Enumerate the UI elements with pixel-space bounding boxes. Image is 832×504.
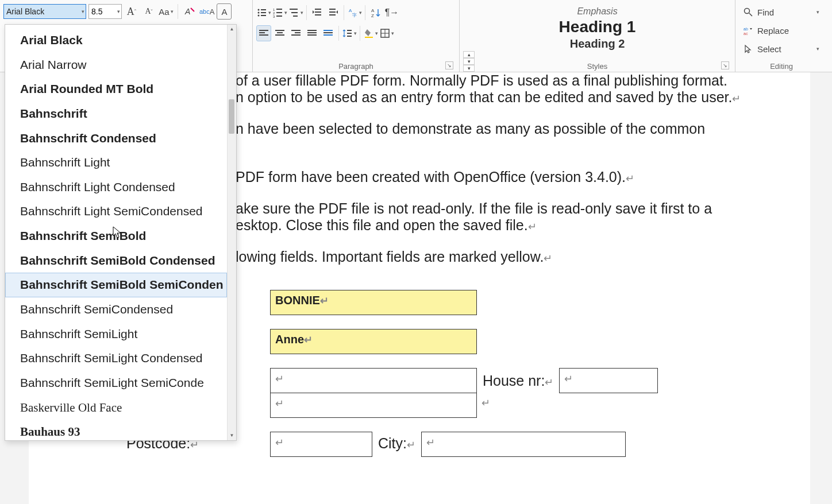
- paragraph-group-label: Paragraph: [338, 62, 373, 71]
- font-option[interactable]: Bahnschrift Light: [5, 150, 227, 175]
- svg-rect-6: [261, 15, 266, 16]
- svg-rect-12: [276, 15, 282, 17]
- svg-rect-39: [323, 32, 333, 33]
- editing-group-label: Editing: [770, 62, 793, 71]
- style-heading1[interactable]: Heading 1: [463, 17, 731, 37]
- phonetic-guide-button[interactable]: abcA: [199, 3, 214, 20]
- font-option[interactable]: Bahnschrift SemiLight Condensed: [5, 346, 227, 371]
- font-option[interactable]: Bahnschrift SemiBold: [5, 224, 227, 249]
- font-option[interactable]: Bahnschrift Light SemiCondensed: [5, 199, 227, 224]
- align-right-button[interactable]: [288, 25, 303, 41]
- font-name-combo[interactable]: ▾: [3, 4, 86, 19]
- font-option[interactable]: Arial Rounded MT Bold: [5, 77, 227, 102]
- replace-button[interactable]: abac Replace: [744, 23, 819, 38]
- svg-rect-30: [277, 32, 283, 33]
- svg-text:字: 字: [352, 13, 357, 18]
- given-name-field[interactable]: BONNIE↵: [270, 290, 477, 315]
- replace-icon: abac: [744, 26, 754, 35]
- cursor-icon: [744, 44, 754, 53]
- font-option[interactable]: Bahnschrift SemiLight SemiConde: [5, 371, 227, 396]
- paragraph-group: 123 A字 AZ ¶→: [253, 0, 460, 72]
- font-size-input[interactable]: [89, 5, 121, 18]
- multilevel-list-button[interactable]: [288, 5, 303, 21]
- font-option[interactable]: Arial Black: [5, 28, 227, 53]
- font-option[interactable]: Bahnschrift: [5, 102, 227, 126]
- change-case-button[interactable]: Aa: [159, 3, 174, 20]
- svg-rect-42: [347, 33, 352, 34]
- svg-rect-4: [261, 12, 266, 13]
- svg-rect-31: [275, 34, 284, 36]
- font-option[interactable]: Bahnschrift Condensed: [5, 126, 227, 151]
- svg-rect-35: [307, 30, 317, 31]
- scroll-down-button[interactable]: ▼: [228, 431, 236, 440]
- font-option[interactable]: Bahnschrift SemiBold SemiConden: [5, 273, 227, 297]
- house-nr-field[interactable]: ↵: [559, 368, 658, 393]
- font-option[interactable]: Arial Narrow: [5, 53, 227, 77]
- style-emphasis[interactable]: Emphasis: [463, 6, 731, 17]
- font-dropdown-scrollbar[interactable]: ▲ ▼: [227, 25, 236, 440]
- show-hide-marks-button[interactable]: ¶→: [384, 5, 399, 21]
- sort-button[interactable]: AZ: [368, 5, 383, 21]
- svg-rect-33: [295, 32, 301, 33]
- svg-rect-15: [293, 15, 298, 17]
- paragraph-dialog-launcher[interactable]: ↘: [445, 61, 453, 69]
- address-line1-field[interactable]: ↵: [270, 368, 477, 393]
- styles-dialog-launcher[interactable]: ↘: [721, 61, 729, 69]
- line-spacing-button[interactable]: [342, 25, 357, 41]
- font-list[interactable]: Arial BlackArial NarrowArial Rounded MT …: [5, 25, 227, 440]
- clear-formatting-button[interactable]: A: [182, 3, 197, 20]
- family-name-field[interactable]: Anne↵: [270, 329, 477, 354]
- select-label: Select: [757, 44, 781, 54]
- grow-font-button[interactable]: Aˆ: [124, 3, 139, 20]
- svg-rect-19: [329, 9, 336, 10]
- font-option[interactable]: Bahnschrift SemiBold Condensed: [5, 249, 227, 273]
- font-dropdown[interactable]: Arial BlackArial NarrowArial Rounded MT …: [5, 24, 237, 441]
- scroll-up-button[interactable]: ▲: [228, 25, 236, 34]
- styles-scroll-up[interactable]: ▴: [463, 51, 475, 58]
- search-icon: [744, 7, 754, 17]
- find-label: Find: [757, 7, 774, 17]
- font-size-combo[interactable]: ▾: [88, 4, 122, 19]
- postcode-field[interactable]: ↵: [270, 432, 372, 457]
- svg-rect-41: [347, 30, 352, 31]
- address-line2-field[interactable]: ↵: [270, 393, 477, 418]
- find-button[interactable]: Find ▾: [744, 5, 819, 20]
- font-option[interactable]: Baskerville Old Face: [5, 396, 227, 420]
- character-border-button[interactable]: A: [217, 3, 232, 20]
- svg-text:A: A: [184, 7, 190, 16]
- styles-group: Emphasis Heading 1 Heading 2 ▴ ▾ ▾ Style…: [460, 0, 735, 72]
- numbering-button[interactable]: 123: [272, 5, 287, 21]
- svg-rect-14: [291, 12, 298, 13]
- svg-rect-32: [291, 30, 301, 31]
- svg-point-48: [745, 9, 750, 14]
- scroll-thumb[interactable]: [229, 99, 234, 134]
- svg-rect-28: [259, 34, 268, 36]
- align-center-button[interactable]: [272, 25, 287, 41]
- style-heading2[interactable]: Heading 2: [463, 37, 731, 51]
- svg-rect-10: [276, 12, 282, 13]
- font-name-input[interactable]: [4, 5, 86, 18]
- select-button[interactable]: Select ▾: [744, 41, 819, 56]
- borders-button[interactable]: [379, 25, 394, 41]
- decrease-indent-button[interactable]: [310, 5, 325, 21]
- font-option[interactable]: Bahnschrift Light Condensed: [5, 175, 227, 200]
- align-left-button[interactable]: [256, 25, 271, 41]
- increase-indent-button[interactable]: [326, 5, 341, 21]
- svg-point-3: [257, 12, 259, 14]
- font-option[interactable]: Bauhaus 93: [5, 420, 227, 440]
- city-label: City:↵: [372, 432, 421, 455]
- font-option[interactable]: Bahnschrift SemiLight: [5, 322, 227, 347]
- styles-group-label: Styles: [587, 62, 607, 71]
- bullets-button[interactable]: [256, 5, 271, 21]
- align-justify-button[interactable]: [305, 25, 319, 41]
- svg-rect-40: [323, 34, 333, 36]
- city-field[interactable]: ↵: [421, 432, 626, 457]
- font-option[interactable]: Bahnschrift SemiCondensed: [5, 297, 227, 322]
- editing-group: Find ▾ abac Replace Select ▾ Editing: [735, 0, 827, 72]
- svg-rect-34: [291, 34, 301, 36]
- asian-layout-button[interactable]: A字: [347, 5, 362, 21]
- shrink-font-button[interactable]: Aˇ: [141, 3, 156, 20]
- align-distributed-button[interactable]: [321, 25, 336, 41]
- svg-text:3: 3: [273, 15, 275, 18]
- shading-button[interactable]: [363, 25, 378, 41]
